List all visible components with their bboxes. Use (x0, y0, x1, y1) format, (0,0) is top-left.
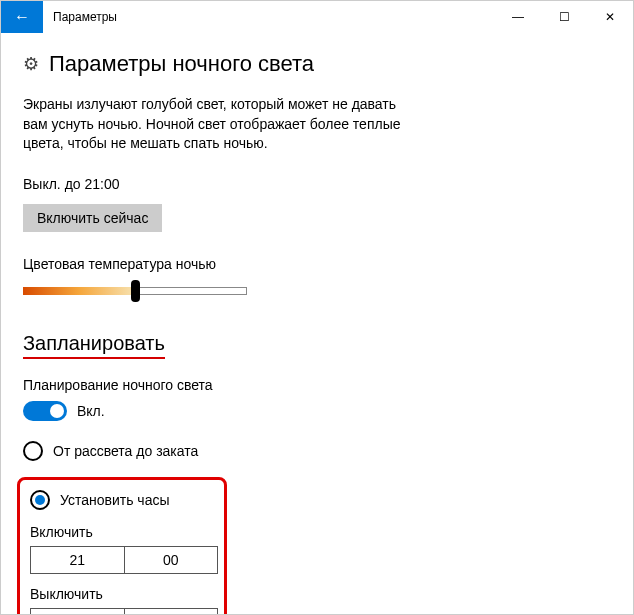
page-title: Параметры ночного света (49, 51, 314, 77)
radio-custom-label: Установить часы (60, 492, 170, 508)
turn-off-label: Выключить (30, 586, 214, 602)
turn-off-time[interactable]: 7 00 (30, 608, 218, 615)
close-button[interactable]: ✕ (587, 1, 633, 33)
turn-off-hours[interactable]: 7 (31, 609, 125, 615)
radio-custom-icon (30, 490, 50, 510)
turn-off-minutes[interactable]: 00 (125, 609, 218, 615)
toggle-knob (50, 404, 64, 418)
radio-sunset-icon (23, 441, 43, 461)
schedule-section-title: Запланировать (23, 332, 165, 359)
minimize-button[interactable]: — (495, 1, 541, 33)
turn-on-hours[interactable]: 21 (31, 547, 125, 573)
radio-selected-dot (35, 495, 45, 505)
window-controls: — ☐ ✕ (495, 1, 633, 33)
status-text: Выкл. до 21:00 (23, 176, 611, 192)
turn-on-time[interactable]: 21 00 (30, 546, 218, 574)
back-button[interactable]: ← (1, 1, 43, 33)
titlebar: ← Параметры — ☐ ✕ (1, 1, 633, 33)
slider-fill (23, 287, 135, 295)
schedule-toggle-state: Вкл. (77, 403, 105, 419)
color-temp-label: Цветовая температура ночью (23, 256, 611, 272)
turn-on-minutes[interactable]: 00 (125, 547, 218, 573)
maximize-button[interactable]: ☐ (541, 1, 587, 33)
page-heading: ⚙ Параметры ночного света (23, 51, 611, 77)
schedule-toggle-label: Планирование ночного света (23, 377, 611, 393)
enable-now-button[interactable]: Включить сейчас (23, 204, 162, 232)
turn-on-label: Включить (30, 524, 214, 540)
schedule-toggle[interactable] (23, 401, 67, 421)
gear-icon: ⚙ (23, 53, 39, 75)
radio-sunset-label: От рассвета до заката (53, 443, 198, 459)
arrow-left-icon: ← (14, 8, 30, 26)
color-temp-slider[interactable] (23, 280, 247, 302)
schedule-toggle-row: Вкл. (23, 401, 611, 421)
window-title: Параметры (43, 1, 495, 33)
radio-sunset-row[interactable]: От рассвета до заката (23, 441, 611, 461)
slider-thumb[interactable] (131, 280, 140, 302)
description-text: Экраны излучают голубой свет, который мо… (23, 95, 403, 154)
content: ⚙ Параметры ночного света Экраны излучаю… (1, 33, 633, 615)
radio-custom-row[interactable]: Установить часы (30, 490, 214, 510)
custom-hours-highlight: Установить часы Включить 21 00 Выключить… (17, 477, 227, 615)
